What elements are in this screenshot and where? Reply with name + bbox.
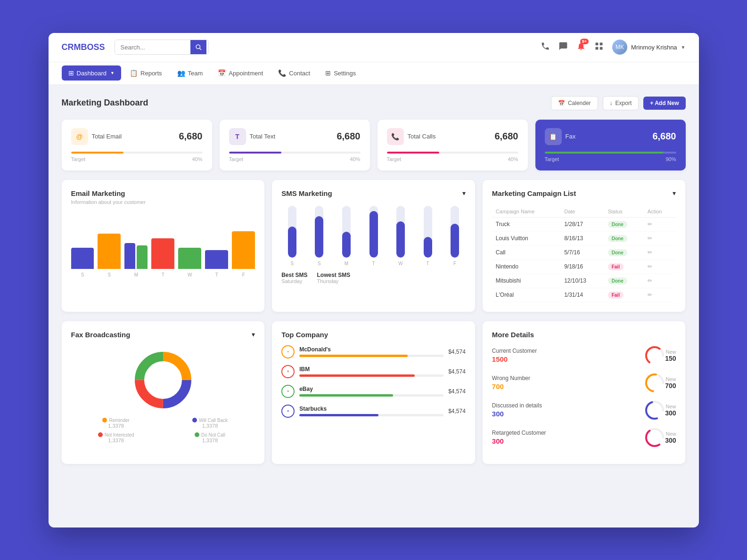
sms-bar-fill bbox=[451, 224, 459, 258]
nav-appointment[interactable]: 📅 Appointment bbox=[211, 65, 270, 81]
sms-bar-group: S bbox=[281, 206, 303, 258]
reports-icon: 📋 bbox=[130, 69, 138, 77]
company-icon-symbol: ⚬ bbox=[286, 389, 290, 394]
stat-icon-wrap: 📞 bbox=[387, 128, 404, 145]
stat-value: 6,680 bbox=[652, 131, 676, 142]
campaign-action[interactable]: ✏ bbox=[644, 245, 676, 260]
edit-icon[interactable]: ✏ bbox=[648, 249, 652, 256]
sms-filter-icon[interactable]: ▾ bbox=[462, 189, 466, 197]
campaign-action[interactable]: ✏ bbox=[644, 217, 676, 231]
calendar-icon: 📅 bbox=[558, 100, 565, 106]
campaign-action[interactable]: ✏ bbox=[644, 260, 676, 274]
stat-pct: 40% bbox=[192, 156, 202, 162]
edit-icon[interactable]: ✏ bbox=[648, 235, 652, 242]
stat-footer: Target 40% bbox=[229, 156, 361, 162]
legend-dot bbox=[192, 418, 197, 422]
company-icon: ⚬ bbox=[281, 345, 295, 358]
stat-card: @ Total Email 6,680 Target 40% bbox=[62, 120, 212, 170]
table-row: Nintendo 9/18/16 Fail ✏ bbox=[492, 260, 676, 274]
campaign-action[interactable]: ✏ bbox=[644, 288, 676, 302]
nav-dashboard[interactable]: ⊞ Dashboard ▼ bbox=[62, 65, 122, 81]
sms-lowest-day: Thursday bbox=[317, 278, 351, 284]
fax-filter-icon[interactable]: ▾ bbox=[252, 331, 255, 338]
nav-reports[interactable]: 📋 Reports bbox=[123, 65, 169, 81]
company-bar-track bbox=[299, 355, 443, 357]
stat-label: Total Text bbox=[250, 133, 337, 140]
detail-gauge bbox=[644, 400, 665, 421]
company-row: ⚬ McDonald's $4,574 bbox=[281, 345, 466, 358]
notification-icon[interactable]: 9+ bbox=[576, 41, 586, 53]
edit-icon[interactable]: ✏ bbox=[648, 292, 652, 298]
stat-progress-fill bbox=[545, 152, 663, 154]
nav-contact[interactable]: 📞 Contact bbox=[271, 65, 317, 81]
detail-new-label: New bbox=[665, 431, 676, 437]
user-info[interactable]: MK Mrinmoy Krishna ▼ bbox=[612, 40, 685, 55]
detail-gauge bbox=[644, 373, 665, 393]
detail-row: Retargeted Customer 300 New 300 bbox=[492, 427, 676, 448]
campaign-name: Call bbox=[492, 245, 560, 260]
chat-icon[interactable] bbox=[558, 41, 568, 53]
nav-team[interactable]: 👥 Team bbox=[171, 65, 210, 81]
company-icon: ⚬ bbox=[281, 385, 295, 398]
company-info: IBM bbox=[299, 366, 443, 377]
email-marketing-card: Email Marketing Information about your c… bbox=[62, 180, 265, 312]
grid-icon[interactable] bbox=[594, 41, 604, 53]
chevron-down-icon: ▼ bbox=[681, 45, 686, 50]
nav-team-label: Team bbox=[188, 70, 203, 77]
settings-icon: ⊞ bbox=[325, 69, 331, 77]
detail-new-label: New bbox=[665, 404, 676, 409]
campaign-action[interactable]: ✏ bbox=[644, 274, 676, 288]
status-badge: Fail bbox=[608, 263, 624, 270]
campaign-action[interactable]: ✏ bbox=[644, 231, 676, 245]
legend-dot bbox=[98, 432, 103, 437]
search-input[interactable] bbox=[115, 41, 190, 54]
svg-rect-4 bbox=[596, 47, 599, 49]
bottom-row: Fax Broadcasting ▾ Reminder 1,3378 bbox=[62, 321, 686, 464]
bar-label: M bbox=[124, 272, 148, 277]
legend-value: 1,3378 bbox=[202, 423, 218, 429]
legend-label: Do Not Call bbox=[201, 432, 225, 438]
table-row: Call 5/7/16 Done ✏ bbox=[492, 245, 676, 260]
sms-header: SMS Marketing ▾ bbox=[281, 189, 466, 199]
nav-settings-label: Settings bbox=[334, 70, 356, 77]
detail-right: New 300 bbox=[665, 431, 676, 444]
calendar-button[interactable]: 📅 Calender bbox=[551, 96, 598, 110]
campaign-header: Marketing Campaign List ▾ bbox=[492, 189, 676, 199]
edit-icon[interactable]: ✏ bbox=[648, 263, 652, 270]
phone-svg bbox=[541, 41, 550, 51]
svg-rect-2 bbox=[596, 42, 599, 45]
appointment-icon: 📅 bbox=[218, 69, 226, 77]
legend-item: Do Not Call 1,3378 bbox=[165, 432, 255, 443]
detail-row: Wrong Number 700 New 700 bbox=[492, 373, 676, 393]
stat-icon-wrap: 📋 bbox=[545, 128, 562, 145]
stat-card: 📋 Fax 6,680 Target 90% bbox=[535, 120, 686, 170]
export-button[interactable]: ↓ Export bbox=[603, 96, 639, 110]
table-header: Campaign Name bbox=[492, 206, 560, 218]
company-row: ⚬ eBay $4,574 bbox=[281, 385, 466, 398]
add-new-button[interactable]: + Add New bbox=[643, 97, 685, 110]
bar-label: S bbox=[71, 272, 94, 277]
sms-bar-fill bbox=[396, 221, 405, 258]
detail-label: Retargeted Customer bbox=[492, 430, 644, 436]
campaign-filter-icon[interactable]: ▾ bbox=[673, 189, 676, 197]
stat-value: 6,680 bbox=[179, 131, 202, 142]
company-name: eBay bbox=[299, 386, 443, 392]
detail-new-value: 300 bbox=[665, 437, 676, 444]
sms-bar-fill bbox=[369, 211, 378, 258]
svg-rect-3 bbox=[600, 42, 603, 45]
sms-day-label: F bbox=[453, 261, 456, 266]
nav-settings[interactable]: ⊞ Settings bbox=[319, 65, 362, 81]
edit-icon[interactable]: ✏ bbox=[648, 221, 652, 227]
edit-icon[interactable]: ✏ bbox=[648, 277, 652, 284]
legend-dot-row: Do Not Call bbox=[195, 432, 225, 438]
company-name: McDonald's bbox=[299, 346, 443, 353]
stat-footer: Target 40% bbox=[71, 156, 203, 162]
stat-footer: Target 90% bbox=[545, 156, 676, 162]
header: CRMBOSS bbox=[49, 33, 699, 62]
detail-row: Current Customer 1500 New 150 bbox=[492, 345, 676, 366]
phone-icon[interactable] bbox=[541, 41, 550, 53]
stat-progress-fill bbox=[71, 152, 124, 154]
search-button[interactable] bbox=[190, 40, 206, 54]
sms-bar-wrap bbox=[288, 206, 296, 258]
stat-value: 6,680 bbox=[337, 131, 360, 142]
